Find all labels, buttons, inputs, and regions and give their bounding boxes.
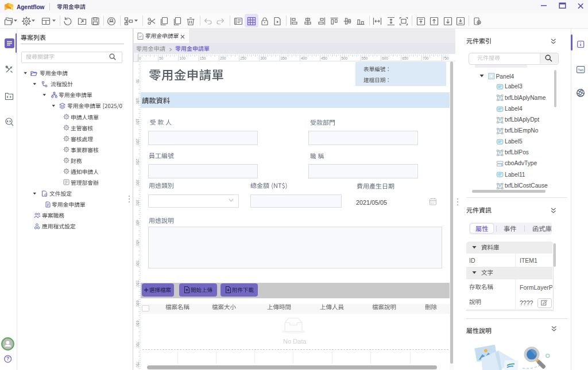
svg-text:Tab: Tab [578, 68, 583, 72]
svg-text:?: ? [6, 356, 9, 361]
